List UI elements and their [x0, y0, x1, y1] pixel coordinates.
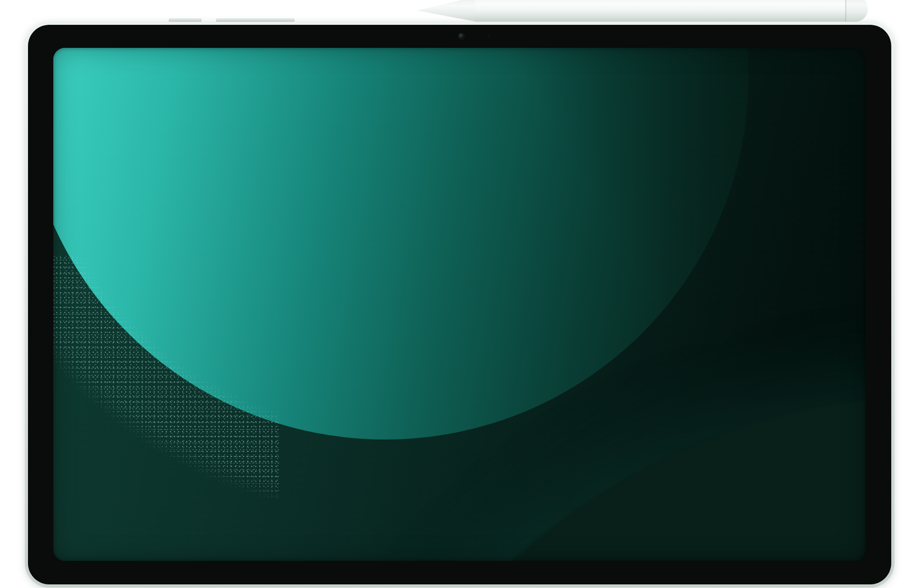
tablet-device [25, 22, 894, 588]
ambient-sensor-dot [487, 34, 491, 38]
screen-wallpaper [53, 48, 866, 561]
tablet-bezel [28, 25, 891, 584]
stylus-tip [417, 0, 476, 22]
stylus-pen [475, 0, 846, 22]
screen-vignette [53, 48, 866, 561]
product-photo [0, 0, 903, 588]
stylus-cap [845, 0, 868, 22]
front-camera-dot [459, 33, 464, 39]
